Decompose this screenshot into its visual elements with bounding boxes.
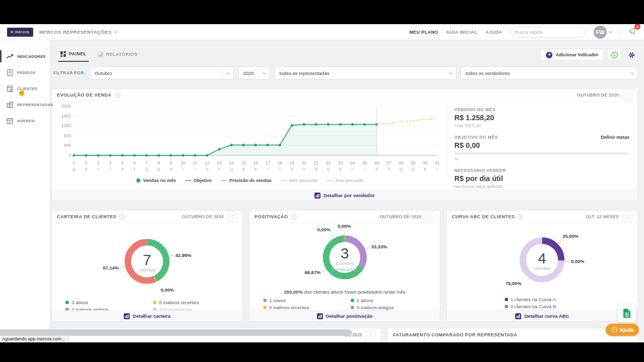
svg-text:0: 0	[68, 153, 71, 158]
svg-text:Q: Q	[314, 167, 317, 171]
guia-inicial-link[interactable]: GUIA INICIAL	[446, 30, 477, 35]
svg-text:Clientes: Clientes	[336, 260, 354, 266]
legend-item[interactable]: 1 clientes na Curva A	[505, 297, 580, 302]
meu-plano-link[interactable]: MEU PLANO	[409, 30, 438, 35]
svg-text:800: 800	[64, 133, 71, 138]
sheets-export-button[interactable]	[618, 304, 636, 322]
svg-text:S: S	[206, 167, 208, 171]
ajuda-link[interactable]: AJUDA	[486, 30, 502, 35]
svg-text:14: 14	[229, 160, 234, 165]
month-value: Outubro	[95, 70, 112, 76]
sidebar-item-agenda[interactable]: AGENDA	[0, 113, 50, 129]
detail-carteira-link[interactable]: Detalhar carteira	[52, 310, 243, 321]
notifications-button[interactable]: 4	[628, 27, 637, 37]
sales-stats-panel: VENDIDO NO MÊS R$ 1.258,20 Hoje R$ 0,00 …	[454, 107, 629, 196]
chevron-down-icon	[259, 67, 270, 79]
legend-item[interactable]: 0 inativos antigos	[351, 305, 426, 310]
goal-value: R$ 0,00	[454, 141, 629, 149]
goal-label: OBJETIVO DO MÊS	[454, 135, 498, 140]
card-title: FATURAMENTO COMPARADO POR REPRESENTADA	[393, 332, 517, 337]
legend-label: 0 inativos antigos	[357, 305, 393, 310]
main-content: PAINEL RELATÓRIOS + Adicionar Indicador	[50, 40, 644, 342]
info-icon[interactable]: i	[518, 214, 523, 220]
tab-relatorios[interactable]: RELATÓRIOS	[96, 48, 139, 62]
sold-value: R$ 1.258,20	[454, 114, 629, 122]
card-menu-button[interactable]: ⋮	[425, 212, 435, 222]
card-menu-button[interactable]: ⋮	[366, 330, 376, 340]
legend-marker	[263, 299, 267, 302]
legend-label: Previsão de vendas	[229, 178, 272, 183]
legend-item[interactable]: Ano passado	[327, 178, 364, 183]
svg-text:D: D	[278, 167, 281, 171]
legend-item[interactable]: 1 novos	[263, 298, 339, 303]
card-period: OUTUBRO DE 2020	[577, 93, 619, 98]
search-input[interactable]	[515, 29, 581, 35]
quick-search[interactable]	[510, 27, 586, 38]
legend-item[interactable]: 0 inativos recentes	[153, 300, 228, 305]
filters-row: FILTRAR POR: Outubro 2020 todas as repre…	[51, 66, 638, 79]
company-switcher[interactable]: MERCOS REPRESENTAÇÕES	[39, 29, 117, 35]
legend-item[interactable]: 2 ativos	[351, 298, 426, 303]
svg-text:7: 7	[145, 160, 148, 165]
add-indicator-button[interactable]: + Adicionar Indicador	[540, 49, 604, 61]
legend-item[interactable]: 0 inativos recentes	[263, 305, 339, 310]
representadas-select[interactable]: todas as representadas	[274, 66, 456, 79]
sold-today: Hoje R$ 0,00	[454, 123, 629, 128]
whatsapp-button[interactable]	[608, 49, 621, 61]
legend-label: Objetivo	[194, 178, 212, 183]
svg-text:25,00%: 25,00%	[562, 233, 579, 239]
svg-text:clientes: clientes	[139, 267, 156, 273]
legend-item[interactable]: Vendas no mês	[136, 178, 176, 183]
faturamento-card-partial: FATURAMENTO COMPARADO POR REPRESENTADA	[387, 328, 638, 342]
card-menu-button[interactable]: ⋮	[227, 212, 237, 222]
bar-chart-icon	[317, 313, 323, 319]
vendedores-select[interactable]: todos os vendedores	[460, 66, 638, 79]
svg-text:1: 1	[73, 160, 75, 165]
chevron-down-icon	[222, 67, 233, 79]
info-icon[interactable]: i	[115, 93, 120, 98]
sidebar-item-representadas[interactable]: REPRESENTADAS	[0, 97, 50, 113]
month-select[interactable]: Outubro	[90, 66, 234, 79]
svg-text:S: S	[182, 167, 184, 171]
detail-positivacao-link[interactable]: Detalhar positivação	[250, 310, 440, 321]
svg-text:S: S	[97, 167, 99, 171]
svg-text:0,00%: 0,00%	[160, 287, 174, 293]
svg-text:T: T	[133, 167, 136, 171]
svg-text:clientes: clientes	[534, 265, 551, 271]
card-menu-button[interactable]: ⋮	[622, 90, 632, 100]
svg-text:3: 3	[341, 245, 349, 261]
svg-text:42,86%: 42,86%	[175, 252, 192, 258]
mercos-logo[interactable]: mercos	[7, 28, 33, 37]
card-menu-button[interactable]: ⋮	[622, 212, 632, 222]
avatar: FW	[594, 26, 607, 39]
year-select[interactable]: 2020	[238, 66, 270, 79]
legend-item[interactable]: 3 ativos	[65, 300, 141, 305]
legend-item[interactable]: 0 clientes na Curva B	[505, 304, 580, 309]
settings-button[interactable]	[625, 49, 638, 61]
legend-item[interactable]: Mês passado	[281, 178, 318, 183]
user-menu[interactable]: FW	[594, 26, 612, 39]
define-goals-link[interactable]: Definir metas	[601, 135, 629, 140]
carteira-donut-chart: 42,86%0,00%57,14%7clientes	[52, 223, 243, 297]
help-button[interactable]: ? Ajuda	[606, 324, 639, 336]
detail-by-seller-link[interactable]: Detalhar por vendedor	[52, 190, 637, 201]
svg-text:4: 4	[538, 250, 546, 266]
legend-item[interactable]: Previsão de vendas	[221, 178, 272, 183]
sidebar-item-clientes[interactable]: CLIENTES	[0, 80, 50, 97]
document-icon	[6, 69, 14, 76]
svg-text:17: 17	[265, 160, 270, 165]
sidebar-item-pedidos[interactable]: PEDIDOS	[0, 64, 50, 80]
svg-text:3: 3	[97, 160, 100, 165]
detail-curva-abc-link[interactable]: Detalhar curva ABC	[447, 310, 637, 321]
need-sub: Nenhuma meta definida	[454, 184, 629, 189]
sidebar-item-indicadores[interactable]: INDICADORES	[0, 48, 50, 64]
company-name: MERCOS REPRESENTAÇÕES	[39, 29, 112, 35]
legend-marker	[221, 180, 227, 181]
legend-item[interactable]: Objetivo	[185, 178, 212, 183]
whatsapp-icon	[611, 51, 618, 59]
svg-text:27: 27	[386, 160, 391, 165]
filter-label: FILTRAR POR:	[53, 70, 86, 75]
info-icon[interactable]: i	[119, 214, 125, 220]
info-icon[interactable]: i	[291, 214, 297, 220]
tab-painel[interactable]: PAINEL	[58, 48, 89, 62]
